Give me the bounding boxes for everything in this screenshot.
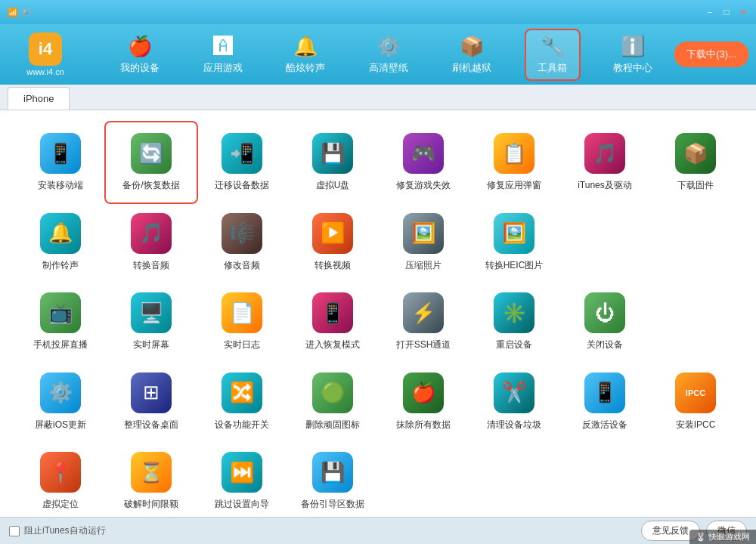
clean-device-label: 清理设备垃圾	[487, 419, 541, 431]
tool-item-power-off[interactable]: ⏻ 关闭设备	[559, 282, 650, 362]
make-ringtone-icon: 🔔	[40, 213, 81, 254]
nav-item-tutorial[interactable]: ℹ️ 教程中心	[604, 30, 662, 79]
migrate-data-icon: 📲	[222, 133, 262, 174]
break-time-limit-icon: ⏳	[131, 452, 172, 493]
watermark: 🐰 快眼游戏网	[689, 530, 756, 544]
close-button[interactable]: ✕	[736, 5, 750, 19]
tool-item-convert-heic[interactable]: 🖼️ 转换HEIC图片	[469, 202, 559, 283]
nav-item-wallpaper[interactable]: ⚙️ 高清壁纸	[360, 30, 417, 79]
restart-device-icon: ✳️	[494, 292, 534, 333]
tool-item-download-firmware[interactable]: 📦 下载固件	[650, 122, 741, 202]
tool-item-delete-stubborn-icon[interactable]: 🟢 删除顽固图标	[287, 362, 378, 442]
iphone-tab[interactable]: iPhone	[8, 87, 70, 110]
tool-item-backup-bootloader[interactable]: 💾 备份引导区数据	[287, 441, 378, 517]
compress-photo-icon: 🖼️	[403, 213, 444, 254]
toolbox-label: 工具箱	[538, 61, 567, 75]
backup-restore-label: 备份/恢复数据	[122, 180, 179, 192]
status-left: 阻止iTunes自动运行	[9, 524, 641, 537]
clean-device-icon: ✂️	[494, 372, 534, 413]
nav-item-jailbreak[interactable]: 📦 刷机越狱	[443, 30, 500, 79]
virtual-udisk-label: 虚拟U盘	[316, 180, 350, 192]
tool-item-realtime-log[interactable]: 📄 实时日志	[197, 282, 287, 362]
tool-item-device-func-switch[interactable]: 🔀 设备功能开关	[197, 362, 287, 442]
wallpaper-label: 高清壁纸	[369, 61, 408, 75]
itunes-autorun-checkbox[interactable]	[9, 526, 20, 536]
convert-video-icon: ▶️	[312, 213, 353, 254]
open-ssh-label: 打开SSH通道	[396, 339, 451, 351]
tutorial-icon: ℹ️	[621, 35, 645, 58]
tool-item-fix-game[interactable]: 🎮 修复游戏失效	[378, 122, 469, 202]
nav-item-app-games[interactable]: 🅰 应用游戏	[194, 30, 252, 79]
delete-stubborn-icon-icon: 🟢	[312, 372, 353, 413]
restart-device-label: 重启设备	[496, 339, 532, 351]
tool-item-install-mobile[interactable]: 📱 安装移动端	[15, 122, 106, 202]
power-off-icon: ⏻	[584, 292, 625, 333]
convert-audio-label: 转换音频	[133, 260, 169, 272]
maximize-button[interactable]: □	[720, 5, 733, 19]
download-button[interactable]: 下载中(3)...	[674, 42, 748, 67]
main-content: 📱 安装移动端 🔄 备份/恢复数据 📲 迁移设备数据 💾 虚拟U盘 🎮 修复游戏…	[0, 110, 756, 517]
install-mobile-icon: 📱	[40, 133, 81, 174]
break-time-limit-label: 破解时间限额	[124, 499, 178, 511]
tool-item-restart-device[interactable]: ✳️ 重启设备	[469, 282, 559, 362]
nav-item-my-device[interactable]: 🍎 我的设备	[111, 30, 169, 79]
tool-item-virtual-udisk[interactable]: 💾 虚拟U盘	[287, 122, 378, 202]
tool-item-migrate-data[interactable]: 📲 迁移设备数据	[197, 122, 287, 202]
tool-item-placeholder3	[650, 282, 741, 362]
recovery-mode-icon: 📱	[312, 292, 353, 333]
nav-item-ringtones[interactable]: 🔔 酷炫铃声	[277, 30, 334, 79]
erase-all-data-icon: 🍎	[403, 372, 444, 413]
tool-item-skip-setup[interactable]: ⏭️ 跳过设置向导	[197, 441, 287, 517]
skip-setup-icon: ⏭️	[222, 452, 262, 493]
fix-app-popup-label: 修复应用弹窗	[487, 180, 541, 192]
tool-item-open-ssh[interactable]: ⚡ 打开SSH通道	[378, 282, 469, 362]
tool-item-placeholder1	[559, 202, 650, 283]
fix-game-icon: 🎮	[403, 133, 444, 174]
statusbar: 阻止iTunes自动运行 意见反馈 微信 🐰 快眼游戏网	[0, 517, 756, 544]
tool-item-organize-desktop[interactable]: ⊞ 整理设备桌面	[106, 362, 197, 442]
tool-item-virtual-location[interactable]: 📍 虚拟定位	[15, 441, 106, 517]
my-device-icon: 🍎	[128, 35, 152, 58]
tool-item-make-ringtone[interactable]: 🔔 制作铃声	[15, 202, 106, 283]
tool-item-break-time-limit[interactable]: ⏳ 破解时间限额	[106, 441, 197, 517]
titlebar: 📶 ⚙️ － □ ✕	[0, 0, 756, 24]
minimize-button[interactable]: －	[703, 5, 717, 19]
realtime-screen-icon: 🖥️	[131, 292, 172, 333]
tool-item-install-ipcc[interactable]: IPCC 安装IPCC	[650, 362, 741, 442]
toolbox-icon: 🔧	[541, 35, 565, 58]
tool-item-screen-cast[interactable]: 📺 手机投屏直播	[15, 282, 106, 362]
deactivate-device-icon: 📱	[584, 372, 625, 413]
app-games-icon: 🅰	[213, 35, 233, 58]
tool-item-itunes-driver[interactable]: 🎵 iTunes及驱动	[559, 122, 650, 202]
tool-item-clean-device[interactable]: ✂️ 清理设备垃圾	[469, 362, 559, 442]
realtime-log-icon: 📄	[222, 292, 262, 333]
tool-item-compress-photo[interactable]: 🖼️ 压缩照片	[378, 202, 469, 283]
tool-item-convert-audio[interactable]: 🎵 转换音频	[106, 202, 197, 283]
jailbreak-icon: 📦	[460, 35, 484, 58]
tool-item-realtime-screen[interactable]: 🖥️ 实时屏幕	[106, 282, 197, 362]
tool-item-block-ios-update[interactable]: ⚙️ 屏蔽iOS更新	[15, 362, 106, 442]
backup-restore-icon: 🔄	[131, 133, 172, 174]
nav-item-toolbox[interactable]: 🔧 工具箱	[526, 30, 579, 79]
realtime-log-label: 实时日志	[224, 339, 260, 351]
convert-heic-label: 转换HEIC图片	[485, 260, 544, 272]
fix-app-popup-icon: 📋	[494, 133, 534, 174]
tool-item-edit-audio[interactable]: 🎼 修改音频	[197, 202, 287, 283]
tool-item-fix-app-popup[interactable]: 📋 修复应用弹窗	[469, 122, 559, 202]
tool-item-erase-all-data[interactable]: 🍎 抹除所有数据	[378, 362, 469, 442]
erase-all-data-label: 抹除所有数据	[396, 419, 451, 431]
organize-desktop-label: 整理设备桌面	[124, 419, 178, 431]
recovery-mode-label: 进入恢复模式	[305, 339, 360, 351]
tool-item-convert-video[interactable]: ▶️ 转换视频	[287, 202, 378, 283]
screen-cast-label: 手机投屏直播	[33, 339, 88, 351]
tool-item-deactivate-device[interactable]: 📱 反激活设备	[559, 362, 650, 442]
tutorial-label: 教程中心	[613, 61, 652, 75]
tool-item-backup-restore[interactable]: 🔄 备份/恢复数据	[106, 122, 197, 202]
deactivate-device-label: 反激活设备	[582, 419, 627, 431]
tool-item-recovery-mode[interactable]: 📱 进入恢复模式	[287, 282, 378, 362]
my-device-label: 我的设备	[120, 61, 160, 75]
device-func-switch-label: 设备功能开关	[215, 419, 269, 431]
edit-audio-label: 修改音频	[224, 260, 260, 272]
convert-audio-icon: 🎵	[131, 213, 172, 254]
tool-item-placeholder4	[378, 441, 469, 517]
